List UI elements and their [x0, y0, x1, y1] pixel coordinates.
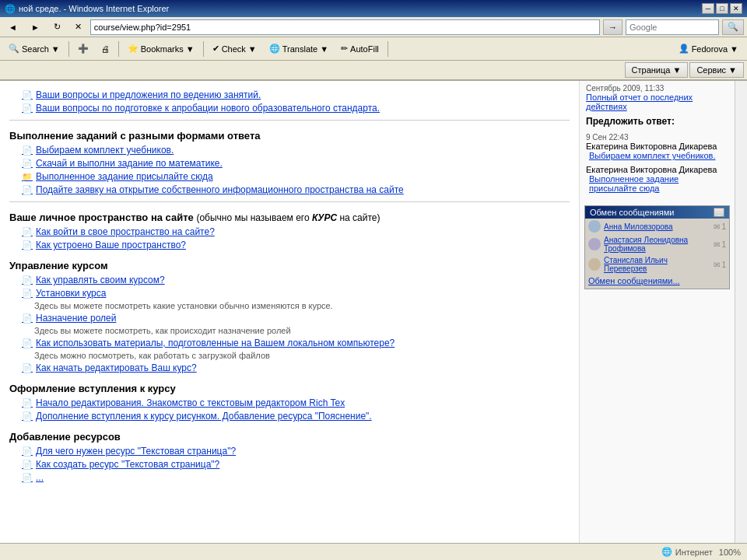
- maximize-button[interactable]: □: [716, 3, 728, 14]
- resources-header: Добавление ресурсов: [9, 431, 570, 443]
- search-input[interactable]: [626, 19, 719, 35]
- check-dropdown-icon: ▼: [248, 44, 257, 54]
- go-button[interactable]: →: [603, 19, 622, 35]
- answer-date-1: 9 Сен 22:43: [586, 133, 728, 142]
- search-go-button[interactable]: 🔍: [722, 19, 744, 35]
- separator-1: [68, 41, 69, 57]
- check-icon: ✔: [212, 44, 219, 54]
- refresh-button[interactable]: ↻: [48, 18, 66, 37]
- main-layout: 📄 Ваши вопросы и предложения по ведению …: [0, 81, 747, 560]
- list-item[interactable]: 📄 Как управлять своим курсом?: [22, 275, 570, 285]
- message-user-3[interactable]: Станислав Ильич Переверзев ✉ 1: [585, 254, 729, 275]
- list-item[interactable]: 📄 Подайте заявку на открытие собственног…: [22, 184, 570, 195]
- page-icon: 📄: [22, 338, 33, 348]
- bookmarks-button[interactable]: ⭐ Bookmarks ▼: [122, 40, 200, 58]
- tasks-section: Выполнение заданий с разными формами отв…: [9, 130, 570, 195]
- course-mgmt-section: Управление курсом 📄 Как управлять своим …: [9, 260, 570, 373]
- zone-icon: 🌐: [661, 547, 672, 557]
- separator-3: [203, 41, 204, 57]
- user-name-3: Станислав Ильич Переверзев: [604, 256, 710, 273]
- list-item[interactable]: 📄 Как начать редактировать Ваш курс?: [22, 362, 570, 373]
- list-item[interactable]: 📄 Как создать ресурс "Текстовая страница…: [22, 459, 570, 470]
- message-user-2[interactable]: Анастасия Леонидовна Трофимова ✉ 1: [585, 234, 729, 254]
- translate-dropdown-icon: ▼: [320, 44, 328, 54]
- page-button[interactable]: Страница ▼: [625, 62, 689, 78]
- status-bar: 🌐 Интернет 100%: [0, 543, 747, 560]
- messages-more-link[interactable]: Обмен сообщениями...: [585, 275, 729, 289]
- list-item[interactable]: 📄 Назначение ролей: [22, 313, 570, 324]
- stop-button[interactable]: ✕: [69, 18, 87, 37]
- page-icon: 📄: [22, 411, 33, 422]
- list-item[interactable]: 📄 Ваши вопросы и предложения по ведению …: [22, 89, 570, 100]
- list-item[interactable]: 📁 Выполненное задание присылайте сюда: [22, 171, 570, 182]
- answer-item-1: 9 Сен 22:43 Екатерина Викторовна Дикарев…: [586, 133, 728, 160]
- fedorova-dropdown-icon: ▼: [730, 44, 738, 54]
- content-area: 📄 Ваши вопросы и предложения по ведению …: [0, 81, 579, 560]
- nav-bar: Страница ▼ Сервис ▼: [0, 61, 747, 81]
- list-item[interactable]: 📄 Ваши вопросы по подготовке к апробации…: [22, 103, 570, 114]
- scrollbar[interactable]: [735, 81, 747, 560]
- print-button[interactable]: 🖨: [96, 40, 115, 58]
- page-icon: 📄: [22, 460, 33, 470]
- messages-box: Обмен сообщениями _ Анна Миловзорова ✉ 1…: [584, 205, 730, 289]
- answer-author-1: Екатерина Викторовна Дикарева: [586, 142, 728, 151]
- user-name-1: Анна Миловзорова: [604, 222, 710, 231]
- page-icon: 📄: [22, 227, 33, 237]
- folder-icon: 📁: [22, 172, 33, 182]
- bookmarks-dropdown-icon: ▼: [186, 44, 195, 54]
- avatar-1: [588, 220, 601, 233]
- page-icon: 📄: [22, 398, 33, 408]
- bookmarks-icon: ⭐: [128, 44, 139, 54]
- answer-link-1[interactable]: Выбираем комплект учебников.: [586, 151, 728, 160]
- sub-text: Здесь вы можете посмотреть, как происход…: [34, 326, 570, 335]
- back-button[interactable]: ◄: [3, 18, 23, 37]
- list-item[interactable]: 📄 Начало редактирования. Знакомство с те…: [22, 397, 570, 408]
- service-button[interactable]: Сервис ▼: [689, 62, 744, 78]
- answer-link-2[interactable]: Выполненное задание присылайте сюда: [586, 174, 728, 193]
- page-icon: 📄: [22, 473, 33, 483]
- address-input[interactable]: [90, 19, 600, 35]
- sub-text: Здесь вы можете посмотреть какие установ…: [34, 301, 570, 310]
- page-icon: 📄: [22, 145, 33, 156]
- messages-collapse-button[interactable]: _: [714, 208, 724, 217]
- list-item[interactable]: 📄 Для чего нужен ресурс "Текстовая стран…: [22, 446, 570, 457]
- address-bar: ◄ ► ↻ ✕ → 🔍: [0, 17, 747, 37]
- search-icon: 🔍: [9, 44, 19, 54]
- user-icon: 👤: [679, 44, 689, 54]
- page-icon: 📄: [22, 289, 33, 299]
- translate-icon: 🌐: [269, 44, 280, 54]
- message-user-1[interactable]: Анна Миловзорова ✉ 1: [585, 219, 729, 234]
- page-icon: 📄: [22, 313, 33, 324]
- autofill-button[interactable]: ✏ AutoFill: [335, 40, 384, 58]
- page-icon: 📄: [22, 185, 33, 195]
- check-button[interactable]: ✔ Check ▼: [207, 40, 262, 58]
- list-item[interactable]: 📄 Дополнение вступления к курсу рисунком…: [22, 411, 570, 422]
- sub-text: Здесь можно посмотреть, как работать с з…: [34, 351, 570, 360]
- avatar-3: [588, 258, 601, 271]
- enrollment-section: Оформление вступления к курсу 📄 Начало р…: [9, 383, 570, 422]
- msg-icon-1: ✉ 1: [714, 222, 726, 231]
- search-button[interactable]: 🔍 Search ▼: [3, 40, 65, 58]
- status-right: 🌐 Интернет 100%: [661, 547, 741, 557]
- msg-icon-3: ✉ 1: [714, 261, 726, 269]
- minimize-button[interactable]: ─: [702, 3, 714, 14]
- close-button[interactable]: ✕: [730, 3, 742, 14]
- separator-2: [118, 41, 119, 57]
- title-bar: 🌐 ной среде. - Windows Internet Explorer…: [0, 0, 747, 17]
- add-button[interactable]: ➕: [72, 40, 94, 58]
- list-item[interactable]: 📄 Как устроено Ваше пространство?: [22, 240, 570, 250]
- list-item[interactable]: 📄 Как войти в свое пространство на сайте…: [22, 226, 570, 237]
- forward-button[interactable]: ►: [26, 18, 45, 37]
- list-item[interactable]: 📄 Выбираем комплект учебников.: [22, 145, 570, 156]
- list-item[interactable]: 📄 Как использовать материалы, подготовле…: [22, 338, 570, 348]
- recent-actions-link[interactable]: Полный отчет о последних действиях: [580, 93, 735, 111]
- title-text: 🌐 ной среде. - Windows Internet Explorer: [5, 4, 169, 14]
- search-dropdown-icon: ▼: [51, 44, 60, 54]
- list-item[interactable]: 📄 Установки курса: [22, 288, 570, 299]
- list-item[interactable]: 📄 ...: [22, 472, 570, 483]
- fedorova-button[interactable]: 👤 Fedorova ▼: [673, 40, 744, 58]
- zone-text: Интернет: [675, 548, 713, 557]
- page-icon: 📄: [22, 446, 33, 457]
- list-item[interactable]: 📄 Скачай и выполни задание по математике…: [22, 158, 570, 169]
- translate-button[interactable]: 🌐 Translate ▼: [264, 40, 334, 58]
